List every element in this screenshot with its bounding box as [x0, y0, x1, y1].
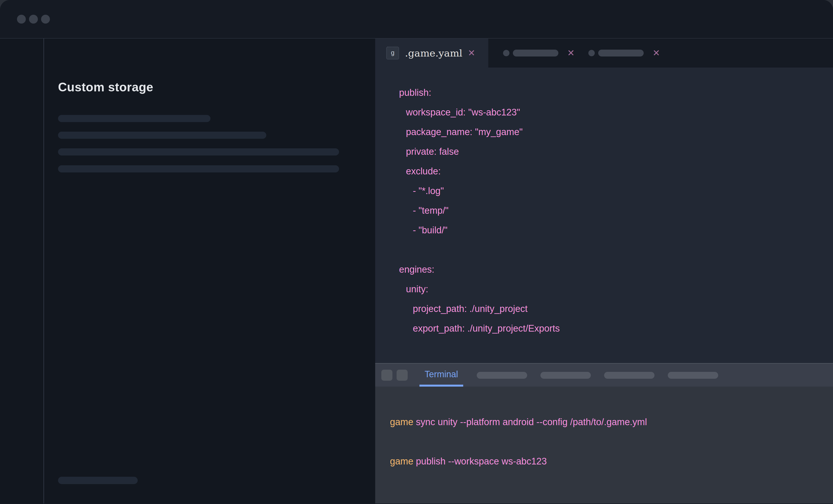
window-dot-icon[interactable] — [41, 15, 50, 24]
close-icon[interactable]: ✕ — [567, 49, 575, 57]
tab-placeholder-dot — [588, 50, 595, 56]
app-window: Custom storage g .game.yaml ✕ ✕ — [0, 0, 833, 504]
terminal-output[interactable]: game sync unity --platform android --con… — [375, 386, 833, 504]
sidebar-skeleton-bar — [58, 165, 339, 172]
code-line: - "build/" — [399, 220, 833, 240]
terminal-tab-placeholder[interactable] — [541, 372, 591, 379]
code-line: exclude: — [399, 161, 833, 181]
activity-rail — [0, 39, 44, 504]
window-titlebar — [0, 0, 833, 39]
terminal-tab-placeholder[interactable] — [668, 372, 718, 379]
sidebar-skeleton-bar — [58, 148, 339, 155]
code-line: workspace_id: "ws-abc123" — [399, 102, 833, 122]
terminal-command: game sync unity --platform android --con… — [390, 412, 833, 432]
terminal-square-button[interactable] — [381, 370, 392, 381]
tab-placeholder-2[interactable]: ✕ — [588, 39, 660, 68]
command-args: sync unity --platform android --config /… — [413, 417, 647, 427]
code-line: package_name: "my_game" — [399, 122, 833, 142]
terminal-command: game publish --workspace ws-abc123 — [390, 451, 833, 471]
sidebar-title: Custom storage — [58, 80, 375, 94]
code-line — [399, 240, 833, 260]
tab-game-yaml[interactable]: g .game.yaml ✕ — [375, 39, 488, 68]
terminal-tab-placeholder[interactable] — [604, 372, 654, 379]
tab-label: .game.yaml — [405, 47, 462, 59]
command-keyword: game — [390, 417, 413, 427]
terminal-square-button[interactable] — [397, 370, 408, 381]
code-line: - "*.log" — [399, 181, 833, 201]
window-dot-icon[interactable] — [29, 15, 38, 24]
tab-terminal[interactable]: Terminal — [420, 364, 463, 386]
command-keyword: game — [390, 456, 413, 467]
command-args: publish --workspace ws-abc123 — [413, 456, 547, 467]
terminal-tab-placeholder[interactable] — [477, 372, 527, 379]
sidebar-skeleton-bar-bottom — [58, 477, 138, 484]
code-line: - "temp/" — [399, 201, 833, 220]
tab-placeholder-pill — [598, 50, 644, 56]
tab-placeholder-dot — [503, 50, 509, 56]
sidebar-skeleton-bar — [58, 115, 211, 122]
code-line: project_path: ./unity_project — [399, 299, 833, 319]
code-line: unity: — [399, 279, 833, 299]
yaml-file-icon: g — [386, 47, 399, 59]
code-line: private: false — [399, 142, 833, 161]
window-dot-icon[interactable] — [17, 15, 26, 24]
sidebar-skeleton-bar — [58, 132, 266, 139]
code-line: engines: — [399, 260, 833, 279]
code-line: publish: — [399, 83, 833, 102]
terminal-header: Terminal — [375, 363, 833, 386]
sidebar: Custom storage — [44, 39, 375, 504]
tab-placeholder-1[interactable]: ✕ — [503, 39, 575, 68]
close-icon[interactable]: ✕ — [652, 49, 660, 57]
editor-tab-bar: g .game.yaml ✕ ✕ ✕ — [375, 39, 833, 68]
code-line: export_path: ./unity_project/Exports — [399, 319, 833, 338]
code-editor[interactable]: publish: workspace_id: "ws-abc123" packa… — [375, 68, 833, 363]
close-icon[interactable]: ✕ — [468, 49, 475, 57]
tab-placeholder-pill — [513, 50, 558, 56]
